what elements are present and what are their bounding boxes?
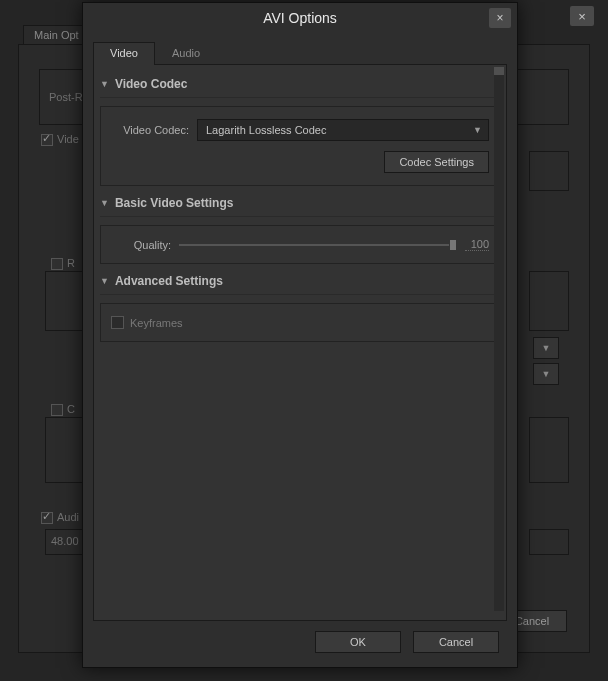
- dialog-tabs: Video Audio: [93, 41, 507, 65]
- tab-video[interactable]: Video: [93, 42, 155, 65]
- scrollbar[interactable]: [494, 67, 504, 611]
- section-basic-video: ▼ Basic Video Settings Quality: 100: [100, 194, 500, 264]
- tab-audio[interactable]: Audio: [155, 42, 217, 65]
- parent-tab-main[interactable]: Main Opt: [23, 25, 90, 44]
- dialog-title: AVI Options: [263, 10, 337, 26]
- avi-options-dialog: AVI Options × Video Audio ▼ Video Codec …: [82, 2, 518, 668]
- section-title: Video Codec: [115, 77, 187, 91]
- section-header-advanced[interactable]: ▼ Advanced Settings: [100, 272, 500, 295]
- parent-box-r: [45, 271, 85, 331]
- quality-value[interactable]: 100: [465, 238, 489, 251]
- parent-box-audio2: [529, 529, 569, 555]
- twisty-icon: ▼: [100, 198, 109, 208]
- chevron-down-icon: ▼: [473, 125, 482, 135]
- section-title: Basic Video Settings: [115, 196, 233, 210]
- dialog-body: Video Audio ▼ Video Codec Video Codec: L…: [83, 33, 517, 667]
- dialog-button-bar: OK Cancel: [93, 621, 507, 657]
- video-codec-label: Video Codec:: [111, 124, 189, 136]
- video-codec-dropdown[interactable]: Lagarith Lossless Codec ▼: [197, 119, 489, 141]
- parent-audio-rate: 48.00: [51, 535, 79, 547]
- parent-section-video: Vide: [41, 133, 79, 146]
- parent-dropdown-1[interactable]: ▼: [533, 337, 559, 359]
- parent-dropdown-2[interactable]: ▼: [533, 363, 559, 385]
- quality-label: Quality:: [111, 239, 171, 251]
- parent-row-c: C: [51, 403, 75, 416]
- cancel-button[interactable]: Cancel: [413, 631, 499, 653]
- video-codec-value: Lagarith Lossless Codec: [206, 124, 326, 136]
- quality-slider[interactable]: [179, 244, 457, 246]
- section-video-codec: ▼ Video Codec Video Codec: Lagarith Loss…: [100, 75, 500, 186]
- parent-close-button[interactable]: ×: [570, 6, 594, 26]
- parent-audio-checkbox[interactable]: [41, 512, 53, 524]
- section-title: Advanced Settings: [115, 274, 223, 288]
- section-header-video-codec[interactable]: ▼ Video Codec: [100, 75, 500, 98]
- twisty-icon: ▼: [100, 79, 109, 89]
- quality-slider-thumb[interactable]: [449, 239, 457, 251]
- parent-c-checkbox[interactable]: [51, 404, 63, 416]
- parent-box-a: [529, 151, 569, 191]
- dialog-titlebar[interactable]: AVI Options ×: [83, 3, 517, 33]
- parent-box-c2: [529, 417, 569, 483]
- parent-box-r2: [529, 271, 569, 331]
- parent-r-checkbox[interactable]: [51, 258, 63, 270]
- twisty-icon: ▼: [100, 276, 109, 286]
- ok-button[interactable]: OK: [315, 631, 401, 653]
- parent-label-post: Post-R: [49, 91, 83, 103]
- parent-video-checkbox[interactable]: [41, 134, 53, 146]
- parent-box-c: [45, 417, 85, 483]
- keyframes-label: Keyframes: [130, 317, 183, 329]
- section-advanced: ▼ Advanced Settings Keyframes: [100, 272, 500, 342]
- codec-settings-button[interactable]: Codec Settings: [384, 151, 489, 173]
- keyframes-checkbox[interactable]: [111, 316, 124, 329]
- tab-content-video: ▼ Video Codec Video Codec: Lagarith Loss…: [93, 65, 507, 621]
- scrollbar-thumb[interactable]: [494, 67, 504, 75]
- dialog-close-button[interactable]: ×: [489, 8, 511, 28]
- section-header-basic[interactable]: ▼ Basic Video Settings: [100, 194, 500, 217]
- parent-section-audio: Audi: [41, 511, 79, 524]
- parent-row-r: R: [51, 257, 75, 270]
